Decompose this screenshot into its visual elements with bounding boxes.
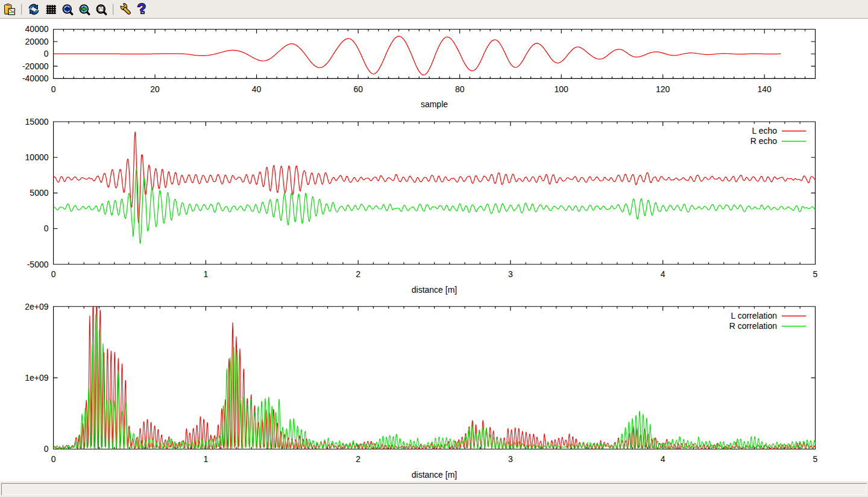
svg-text:40000: 40000: [25, 24, 49, 34]
svg-text:0: 0: [51, 454, 56, 464]
svg-text:3: 3: [508, 454, 513, 464]
svg-text:80: 80: [455, 84, 465, 94]
svg-text:R echo: R echo: [750, 136, 778, 146]
svg-text:60: 60: [353, 84, 363, 94]
svg-text:L echo: L echo: [752, 126, 777, 136]
svg-text:R correlation: R correlation: [729, 321, 777, 331]
svg-text:2: 2: [356, 269, 360, 279]
svg-text:100: 100: [555, 84, 569, 94]
svg-text:sample: sample: [421, 99, 448, 109]
svg-text:0: 0: [44, 49, 49, 58]
svg-text:2: 2: [356, 454, 360, 464]
svg-text:4: 4: [661, 269, 665, 279]
svg-text:distance [m]: distance [m]: [412, 470, 457, 480]
svg-text:-40000: -40000: [22, 73, 49, 83]
svg-text:5: 5: [813, 454, 818, 464]
svg-text:20: 20: [150, 84, 160, 94]
svg-text:20000: 20000: [25, 37, 49, 46]
svg-text:0: 0: [51, 269, 56, 279]
svg-text:5: 5: [813, 269, 818, 279]
svg-text:1: 1: [204, 454, 209, 464]
svg-text:40: 40: [252, 84, 262, 94]
svg-text:L correlation: L correlation: [731, 311, 777, 320]
svg-text:140: 140: [758, 84, 772, 94]
svg-text:1: 1: [204, 269, 209, 279]
svg-text:2e+09: 2e+09: [25, 302, 49, 311]
svg-text:3: 3: [508, 269, 513, 279]
svg-text:0: 0: [51, 84, 56, 94]
svg-text:10000: 10000: [25, 152, 49, 162]
svg-text:0: 0: [44, 444, 49, 454]
svg-text:15000: 15000: [25, 117, 49, 127]
svg-text:4: 4: [661, 454, 665, 464]
svg-text:120: 120: [656, 84, 670, 94]
svg-text:-20000: -20000: [22, 61, 49, 71]
svg-text:0: 0: [44, 223, 49, 233]
svg-text:distance [m]: distance [m]: [412, 285, 457, 295]
svg-text:1e+09: 1e+09: [25, 373, 49, 383]
svg-text:-5000: -5000: [27, 260, 49, 269]
svg-text:5000: 5000: [30, 188, 48, 198]
